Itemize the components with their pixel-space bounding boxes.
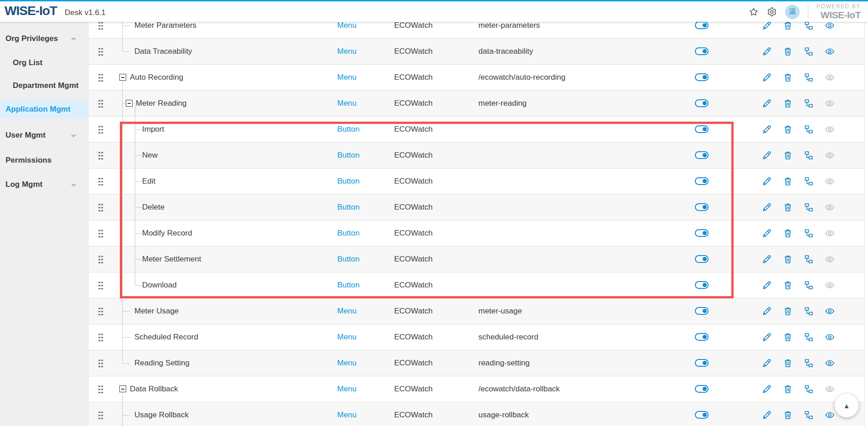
enabled-toggle[interactable] — [695, 177, 709, 185]
row-type-link[interactable]: Button — [337, 125, 360, 134]
delete-button trash-icon[interactable] — [783, 202, 793, 212]
enabled-toggle[interactable] — [695, 281, 709, 289]
view-button eye-icon[interactable] — [825, 332, 835, 342]
add-child-button hierarchy-icon[interactable] — [804, 254, 814, 264]
add-child-button hierarchy-icon[interactable] — [804, 98, 814, 108]
enabled-toggle[interactable] — [695, 255, 709, 263]
edit-button pencil-icon[interactable] — [762, 150, 772, 160]
add-child-button hierarchy-icon[interactable] — [804, 176, 814, 186]
drag-handle-icon[interactable] — [98, 125, 103, 134]
view-button eye-icon[interactable] — [825, 410, 835, 420]
edit-button pencil-icon[interactable] — [762, 22, 772, 31]
view-button eye-icon[interactable] — [825, 202, 835, 212]
drag-handle-icon[interactable] — [98, 333, 103, 342]
drag-handle-icon[interactable] — [98, 73, 103, 82]
row-type-link[interactable]: Button — [337, 151, 360, 160]
sidebar-item-application-mgmt[interactable]: Application Mgmt — [0, 100, 89, 118]
add-child-button hierarchy-icon[interactable] — [804, 202, 814, 212]
row-type-link[interactable]: Button — [337, 177, 360, 186]
view-button eye-icon[interactable] — [825, 176, 835, 186]
enabled-toggle[interactable] — [695, 73, 709, 81]
back-to-top-button[interactable]: ▲ — [835, 394, 858, 417]
delete-button trash-icon[interactable] — [783, 254, 793, 264]
collapse-expander[interactable] — [119, 385, 126, 392]
delete-button trash-icon[interactable] — [783, 228, 793, 238]
add-child-button hierarchy-icon[interactable] — [804, 332, 814, 342]
enabled-toggle[interactable] — [695, 47, 709, 55]
enabled-toggle[interactable] — [695, 151, 709, 159]
drag-handle-icon[interactable] — [98, 359, 103, 368]
drag-handle-icon[interactable] — [98, 151, 103, 160]
delete-button trash-icon[interactable] — [783, 358, 793, 368]
view-button eye-icon[interactable] — [825, 280, 835, 290]
add-child-button hierarchy-icon[interactable] — [804, 358, 814, 368]
drag-handle-icon[interactable] — [98, 177, 103, 186]
collapse-expander[interactable] — [126, 100, 133, 107]
edit-button pencil-icon[interactable] — [762, 228, 772, 238]
sidebar-item-org-list[interactable]: Org List — [0, 54, 89, 72]
row-type-link[interactable]: Menu — [337, 307, 357, 316]
view-button eye-icon[interactable] — [825, 98, 835, 108]
row-type-link[interactable]: Menu — [337, 359, 357, 368]
edit-button pencil-icon[interactable] — [762, 46, 772, 56]
row-type-link[interactable]: Menu — [337, 47, 357, 56]
delete-button trash-icon[interactable] — [783, 332, 793, 342]
enabled-toggle[interactable] — [695, 229, 709, 237]
enabled-toggle[interactable] — [695, 22, 709, 29]
edit-button pencil-icon[interactable] — [762, 358, 772, 368]
row-type-link[interactable]: Menu — [337, 99, 357, 108]
edit-button pencil-icon[interactable] — [762, 72, 772, 82]
favorite-star-icon[interactable] — [749, 7, 759, 17]
add-child-button hierarchy-icon[interactable] — [804, 46, 814, 56]
edit-button pencil-icon[interactable] — [762, 124, 772, 134]
edit-button pencil-icon[interactable] — [762, 280, 772, 290]
enabled-toggle[interactable] — [695, 333, 709, 341]
sidebar-item-org-privileges[interactable]: Org Privileges — [0, 30, 89, 48]
view-button eye-icon[interactable] — [825, 228, 835, 238]
row-type-link[interactable]: Menu — [337, 22, 357, 30]
drag-handle-icon[interactable] — [98, 281, 103, 290]
drag-handle-icon[interactable] — [98, 307, 103, 316]
enabled-toggle[interactable] — [695, 411, 709, 419]
delete-button trash-icon[interactable] — [783, 46, 793, 56]
view-button eye-icon[interactable] — [825, 124, 835, 134]
add-child-button hierarchy-icon[interactable] — [804, 280, 814, 290]
view-button eye-icon[interactable] — [825, 46, 835, 56]
delete-button trash-icon[interactable] — [783, 72, 793, 82]
view-button eye-icon[interactable] — [825, 384, 835, 394]
enabled-toggle[interactable] — [695, 359, 709, 367]
row-type-link[interactable]: Menu — [337, 333, 357, 342]
edit-button pencil-icon[interactable] — [762, 202, 772, 212]
delete-button trash-icon[interactable] — [783, 176, 793, 186]
view-button eye-icon[interactable] — [825, 72, 835, 82]
edit-button pencil-icon[interactable] — [762, 332, 772, 342]
view-button eye-icon[interactable] — [825, 150, 835, 160]
drag-handle-icon[interactable] — [98, 255, 103, 264]
row-type-link[interactable]: Button — [337, 229, 360, 238]
drag-handle-icon[interactable] — [98, 47, 103, 56]
add-child-button hierarchy-icon[interactable] — [804, 384, 814, 394]
sidebar-item-user-mgmt[interactable]: User Mgmt — [0, 126, 89, 144]
row-type-link[interactable]: Button — [337, 203, 360, 212]
add-child-button hierarchy-icon[interactable] — [804, 150, 814, 160]
delete-button trash-icon[interactable] — [783, 280, 793, 290]
row-type-link[interactable]: Menu — [337, 411, 357, 420]
edit-button pencil-icon[interactable] — [762, 176, 772, 186]
view-button eye-icon[interactable] — [825, 254, 835, 264]
delete-button trash-icon[interactable] — [783, 124, 793, 134]
enabled-toggle[interactable] — [695, 99, 709, 107]
sidebar-item-permissions[interactable]: Permissions — [0, 151, 89, 169]
delete-button trash-icon[interactable] — [783, 306, 793, 316]
view-button eye-icon[interactable] — [825, 22, 835, 31]
drag-handle-icon[interactable] — [98, 22, 103, 30]
drag-handle-icon[interactable] — [98, 385, 103, 394]
row-type-link[interactable]: Menu — [337, 73, 357, 82]
enabled-toggle[interactable] — [695, 203, 709, 211]
row-type-link[interactable]: Button — [337, 255, 360, 264]
edit-button pencil-icon[interactable] — [762, 98, 772, 108]
edit-button pencil-icon[interactable] — [762, 384, 772, 394]
drag-handle-icon[interactable] — [98, 229, 103, 238]
add-child-button hierarchy-icon[interactable] — [804, 72, 814, 82]
add-child-button hierarchy-icon[interactable] — [804, 306, 814, 316]
sidebar-item-log-mgmt[interactable]: Log Mgmt — [0, 175, 89, 194]
